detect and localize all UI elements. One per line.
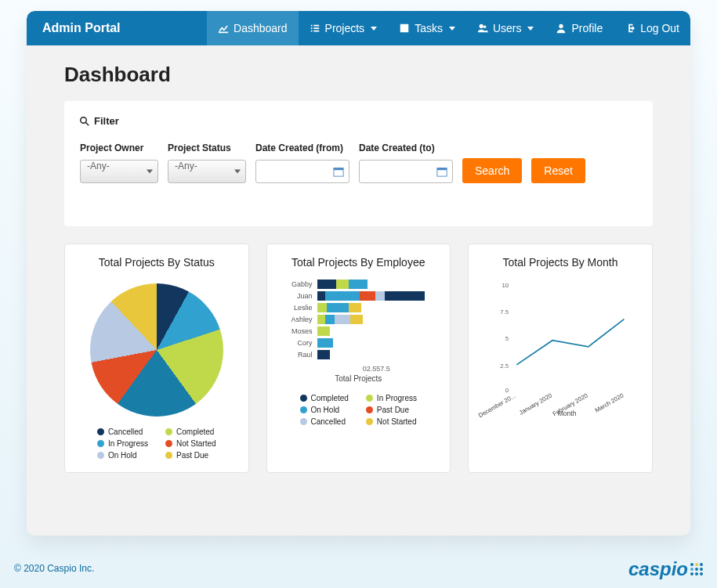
svg-point-3 (81, 117, 87, 123)
svg-text:7.5: 7.5 (500, 308, 509, 316)
nav-logout[interactable]: Log Out (614, 11, 690, 45)
brand-title: Admin Portal (27, 11, 136, 45)
legend-in-progress: In Progress (97, 439, 148, 448)
svg-text:5: 5 (505, 336, 509, 343)
users-icon (477, 23, 488, 34)
calendar-icon (333, 166, 344, 177)
card-title-employee: Total Projects By Employee (292, 255, 425, 269)
card-title-month: Total Projects By Month (502, 255, 617, 269)
filter-owner-label: Project Owner (80, 142, 158, 153)
legend-cancelled: Cancelled (97, 427, 148, 436)
svg-rect-5 (334, 168, 343, 171)
filter-date-to-label: Date Created (to) (359, 142, 453, 153)
nav-projects[interactable]: Projects (299, 11, 389, 45)
status-legend: Cancelled Completed In Progress Not Star… (97, 427, 216, 460)
employee-legend: Completed In Progress On Hold Past Due C… (300, 394, 418, 426)
svg-text:0: 0 (505, 388, 509, 395)
legend-on-hold: On Hold (97, 451, 148, 460)
search-icon (80, 117, 89, 126)
month-line-chart: 10 7.5 5 2.5 0 December 20…January 2020F… (478, 277, 643, 418)
date-from-input[interactable] (255, 160, 349, 183)
status-pie-chart (90, 283, 223, 417)
date-to-input[interactable] (359, 160, 453, 183)
chart-line-icon (218, 23, 229, 34)
nav-users[interactable]: Users (466, 11, 545, 45)
project-owner-select[interactable]: -Any- (80, 160, 158, 183)
legend-past-due: Past Due (165, 451, 216, 460)
card-projects-by-employee: Total Projects By Employee GabbyJuanLesl… (266, 243, 451, 473)
search-button[interactable]: Search (462, 158, 522, 183)
card-projects-by-month: Total Projects By Month 10 7.5 5 2.5 0 D… (468, 243, 653, 473)
filter-status-label: Project Status (168, 142, 246, 153)
reset-button[interactable]: Reset (531, 158, 585, 183)
nav-profile[interactable]: Profile (545, 11, 614, 45)
svg-text:Month: Month (558, 410, 577, 418)
page-content: Dashboard Filter Project Owner -Any- Pro… (27, 45, 690, 496)
dashboard-cards: Total Projects By Status Cancelled Compl… (64, 243, 653, 473)
filter-date-from-label: Date Created (from) (255, 142, 349, 153)
svg-point-2 (559, 24, 563, 28)
logout-icon (625, 23, 636, 34)
filter-panel: Filter Project Owner -Any- Project Statu… (64, 101, 653, 226)
app-shell: Admin Portal Dashboard Projects Tasks Us… (27, 11, 690, 536)
filter-header: Filter (80, 115, 637, 127)
bar-x-axis: 02.557.5 (363, 365, 390, 373)
nav-tasks[interactable]: Tasks (388, 11, 466, 45)
logo-dots-icon (690, 563, 703, 575)
check-square-icon (399, 23, 410, 34)
chevron-down-icon (449, 27, 455, 31)
chevron-down-icon (371, 27, 377, 31)
top-navbar: Admin Portal Dashboard Projects Tasks Us… (27, 11, 690, 45)
svg-text:January 2020: January 2020 (518, 392, 553, 417)
legend-completed: Completed (165, 427, 216, 436)
caspio-logo: caspio (628, 558, 703, 580)
bar-xlabel: Total Projects (335, 374, 382, 383)
list-icon (310, 23, 320, 34)
svg-point-1 (483, 26, 487, 29)
card-title-status: Total Projects By Status (99, 255, 215, 269)
project-status-select[interactable]: -Any- (168, 160, 246, 183)
page-title: Dashboard (64, 63, 653, 87)
svg-rect-7 (437, 168, 447, 171)
svg-text:10: 10 (502, 282, 509, 289)
filter-row: Project Owner -Any- Project Status -Any-… (80, 142, 637, 183)
card-projects-by-status: Total Projects By Status Cancelled Compl… (64, 243, 249, 473)
chevron-down-icon (527, 27, 534, 31)
user-icon (556, 23, 567, 34)
footer-copyright: © 2020 Caspio Inc. (14, 563, 94, 574)
svg-text:2.5: 2.5 (500, 363, 509, 370)
legend-not-started: Not Started (165, 439, 216, 448)
svg-point-0 (480, 24, 483, 28)
calendar-icon (436, 166, 447, 177)
nav-dashboard[interactable]: Dashboard (207, 11, 299, 45)
employee-bar-chart: GabbyJuanLeslieAshleyMosesCoryRaul (277, 277, 441, 362)
svg-text:December 20…: December 20… (478, 392, 517, 418)
svg-text:March 2020: March 2020 (594, 392, 625, 414)
